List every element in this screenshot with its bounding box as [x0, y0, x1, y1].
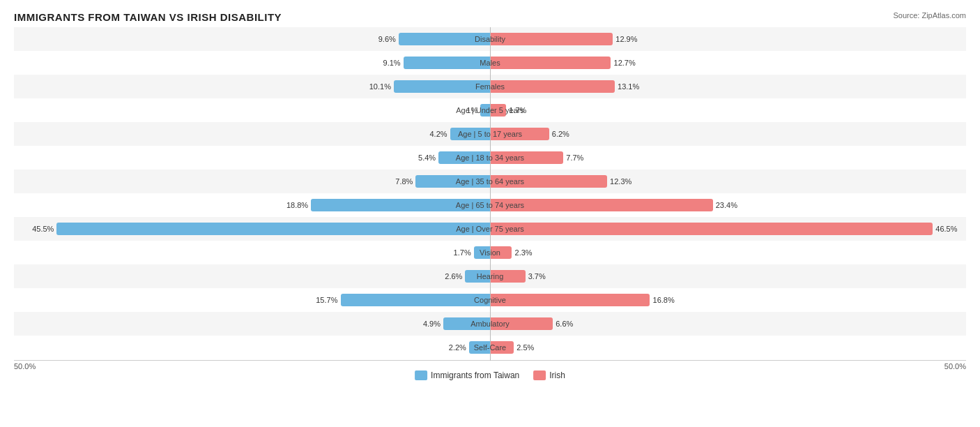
irish-value: 23.4% — [716, 201, 737, 209]
irish-value: 2.5% — [516, 343, 534, 352]
bar-label: Males — [480, 59, 500, 67]
irish-bar — [490, 80, 615, 93]
irish-value: 7.7% — [566, 153, 583, 162]
bar-label: Cognitive — [474, 296, 506, 304]
chart-title: IMMIGRANTS FROM TAIWAN VS IRISH DISABILI… — [14, 11, 966, 23]
irish-value: 2.3% — [515, 248, 533, 257]
taiwan-bar — [56, 223, 490, 236]
taiwan-bar — [341, 294, 490, 307]
bar-label: Females — [475, 82, 505, 91]
taiwan-value: 1.7% — [454, 248, 471, 257]
taiwan-value: 4.2% — [429, 130, 447, 138]
bar-label: Age | 5 to 17 years — [458, 130, 522, 138]
irish-value: 12.3% — [610, 177, 631, 186]
irish-value: 12.7% — [614, 59, 636, 67]
taiwan-bar — [404, 57, 490, 70]
source-text: Source: ZipAtlas.com — [893, 11, 966, 20]
taiwan-value: 5.4% — [418, 153, 436, 162]
irish-value: 13.1% — [618, 82, 639, 91]
irish-legend-box — [533, 370, 546, 380]
taiwan-value: 2.6% — [445, 272, 462, 280]
taiwan-value: 18.8% — [286, 201, 308, 209]
taiwan-value: 9.1% — [383, 59, 401, 67]
taiwan-value: 45.5% — [32, 225, 54, 233]
irish-value: 16.8% — [653, 296, 675, 304]
axis-left: 50.0% — [14, 362, 36, 370]
bar-label: Ambulatory — [470, 320, 510, 328]
taiwan-value: 7.8% — [395, 177, 413, 186]
irish-value: 46.5% — [935, 225, 957, 233]
irish-value: 6.2% — [552, 130, 569, 138]
chart-area: Disability9.6%12.9%Males9.1%12.7%Females… — [14, 27, 966, 380]
irish-value: 6.6% — [556, 320, 573, 328]
legend-irish: Irish — [533, 370, 565, 380]
taiwan-legend-box — [415, 370, 427, 380]
chart-container: IMMIGRANTS FROM TAIWAN VS IRISH DISABILI… — [0, 0, 980, 427]
bar-label: Self-Care — [474, 343, 506, 352]
irish-bar — [490, 33, 613, 46]
bar-label: Age | 35 to 64 years — [456, 177, 524, 186]
taiwan-value: 2.2% — [449, 343, 466, 352]
taiwan-value: 4.9% — [423, 320, 441, 328]
irish-bar — [490, 223, 933, 236]
bar-label: Age | Over 75 years — [456, 225, 524, 233]
bar-label: Age | Under 5 years — [456, 106, 524, 114]
taiwan-value: 10.1% — [369, 82, 391, 91]
irish-value: 12.9% — [615, 35, 637, 43]
legend-taiwan: Immigrants from Taiwan — [415, 370, 519, 380]
irish-bar — [490, 294, 650, 307]
taiwan-legend-label: Immigrants from Taiwan — [431, 370, 519, 380]
irish-value: 3.7% — [528, 272, 546, 280]
legend: Immigrants from Taiwan Irish — [415, 370, 565, 380]
axis-labels: 50.0% 50.0% — [14, 362, 966, 370]
bar-label: Vision — [480, 248, 500, 257]
axis-right: 50.0% — [944, 362, 966, 370]
bar-label: Disability — [475, 35, 505, 43]
irish-legend-label: Irish — [549, 370, 565, 380]
bar-label: Age | 65 to 74 years — [456, 201, 524, 209]
taiwan-value: 15.7% — [316, 296, 337, 304]
bar-label: Hearing — [477, 272, 504, 280]
irish-bar — [490, 57, 611, 70]
bar-label: Age | 18 to 34 years — [456, 153, 524, 162]
taiwan-value: 9.6% — [378, 35, 396, 43]
center-line — [490, 27, 491, 361]
